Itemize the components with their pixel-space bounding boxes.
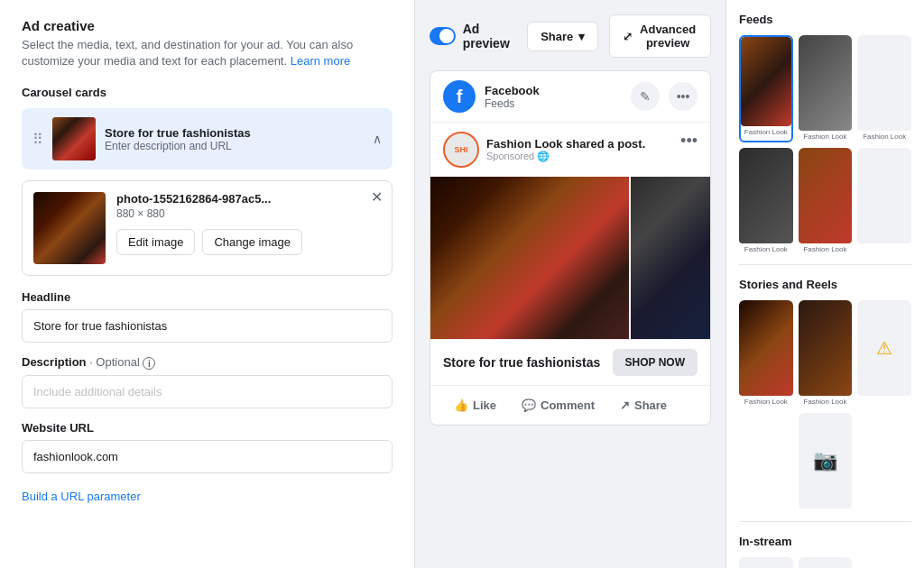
ad-post-header: SHI Fashion Look shared a post. Sponsore… <box>430 123 710 177</box>
preview-header: Ad preview Share ▾ ⤢ Advanced preview <box>430 14 711 58</box>
placement-item-story-1[interactable]: Fashion Look <box>739 300 793 408</box>
share-icon: ↗ <box>620 399 630 412</box>
left-panel: Ad creative Select the media, text, and … <box>0 0 415 568</box>
like-icon: 👍 <box>454 399 468 412</box>
carousel-section-title: Carousel cards <box>22 86 393 99</box>
placement-thumb-3 <box>857 35 911 131</box>
placement-item-story-insta[interactable]: 📷 <box>799 413 853 512</box>
ad-preview-card: f Facebook Feeds ✎ ••• SHI <box>430 70 711 426</box>
placement-thumb-s2 <box>799 300 853 396</box>
image-actions: Edit image Change image <box>116 229 381 255</box>
card-thumb-image <box>52 117 96 160</box>
chevron-up-icon[interactable]: ∧ <box>373 132 382 146</box>
ad-more-button[interactable]: ••• <box>680 132 698 151</box>
chevron-down-icon: ▾ <box>578 30 585 43</box>
feeds-section: Feeds Fashion Look Fashion Look <box>726 0 924 264</box>
placement-thumb-sw: ⚠ <box>857 300 911 396</box>
thumb-label-1: Fashion Look <box>741 126 791 138</box>
card-title: Store for true fashionistas <box>105 126 364 140</box>
platform-name: Facebook <box>485 84 540 97</box>
card-thumbnail <box>52 117 96 160</box>
drag-handle-icon[interactable]: ⠿ <box>32 131 43 148</box>
image-dimensions: 880 × 880 <box>116 207 381 220</box>
ad-side-image <box>629 177 710 339</box>
placement-item-feed-4[interactable]: Fashion Look <box>739 148 793 255</box>
image-preview-thumbnail <box>33 192 106 264</box>
panel-subtitle: Select the media, text, and destination … <box>22 37 393 69</box>
ad-preview-toggle[interactable]: Ad preview <box>430 22 516 50</box>
placement-thumb-si: 📷 <box>799 413 853 508</box>
placement-item-story-warning[interactable]: ⚠ <box>857 300 911 408</box>
description-label: Description · Optional i <box>22 355 393 370</box>
instream-section: In-stream ⚠ ⚠ <box>726 522 924 568</box>
share-action-button[interactable]: ↗ Share <box>609 393 678 417</box>
image-name: photo-1552162864-987ac5... <box>116 192 381 206</box>
instream-title: In-stream <box>739 535 911 548</box>
thumb-image-4 <box>739 148 793 243</box>
thumb-image-1 <box>741 37 791 126</box>
share-button[interactable]: Share ▾ <box>527 22 598 51</box>
more-button[interactable]: ••• <box>669 82 698 111</box>
facebook-icon: f <box>443 80 476 113</box>
stories-section: Stories and Reels Fashion Look Fashion L… <box>726 265 924 521</box>
ad-cta-text: Store for true fashionistas <box>443 355 600 370</box>
description-input[interactable] <box>22 375 393 408</box>
placement-item-feed-3[interactable]: Fashion Look <box>857 35 911 142</box>
ad-card-header: f Facebook Feeds ✎ ••• <box>430 71 710 123</box>
placement-item-instream-1[interactable]: ⚠ <box>739 557 793 568</box>
comment-icon: 💬 <box>522 399 536 412</box>
ad-image-container <box>430 177 710 339</box>
instream-grid: ⚠ ⚠ <box>739 557 911 568</box>
placement-item-story-2[interactable]: Fashion Look <box>799 300 853 408</box>
website-url-input[interactable] <box>22 440 393 473</box>
preview-panel: Ad preview Share ▾ ⤢ Advanced preview f … <box>415 0 725 568</box>
placement-thumb-1 <box>741 37 791 126</box>
stories-title: Stories and Reels <box>739 278 911 291</box>
learn-more-link[interactable]: Learn more <box>291 54 350 68</box>
thumb-label-s1: Fashion Look <box>739 396 793 408</box>
image-box: photo-1552162864-987ac5... 880 × 880 Edi… <box>22 180 393 276</box>
feeds-grid: Fashion Look Fashion Look Fashion Look <box>739 35 911 255</box>
placement-thumb-i1: ⚠ <box>739 557 793 568</box>
thumb-label-6 <box>857 243 911 247</box>
comment-button[interactable]: 💬 Comment <box>511 393 605 417</box>
expand-icon: ⤢ <box>623 30 633 43</box>
placement-item-feed-1[interactable]: Fashion Look <box>739 35 793 142</box>
ad-preview-label: Ad preview <box>463 22 516 50</box>
placement-item-instream-2[interactable]: ⚠ <box>799 557 853 568</box>
edit-button[interactable]: ✎ <box>631 82 660 111</box>
brand-info: SHI Fashion Look shared a post. Sponsore… <box>443 132 645 168</box>
close-image-button[interactable]: ✕ <box>371 188 383 206</box>
change-image-button[interactable]: Change image <box>202 229 302 255</box>
placement-thumb-s1 <box>739 300 793 396</box>
like-button[interactable]: 👍 Like <box>443 393 507 417</box>
sponsored-label: Sponsored 🌐 <box>486 151 645 162</box>
placement-thumb-2 <box>799 35 853 131</box>
placement-name: Feeds <box>485 97 540 110</box>
brand-logo: SHI <box>443 132 479 168</box>
headline-input[interactable] <box>22 309 393 343</box>
feeds-title: Feeds <box>739 13 911 26</box>
ad-cta-bar: Store for true fashionistas SHOP NOW <box>430 339 710 385</box>
carousel-card: ⠿ Store for true fashionistas Enter desc… <box>22 108 393 169</box>
description-info-icon[interactable]: i <box>143 357 155 370</box>
edit-image-button[interactable]: Edit image <box>116 229 195 255</box>
thumb-label-3: Fashion Look <box>857 131 911 142</box>
toggle-switch[interactable] <box>430 27 456 45</box>
build-url-link[interactable]: Build a URL parameter <box>22 490 141 503</box>
stories-grid: Fashion Look Fashion Look ⚠ 📷 <box>739 300 911 512</box>
image-info: photo-1552162864-987ac5... 880 × 880 Edi… <box>116 192 381 255</box>
placement-thumb-4 <box>739 148 793 243</box>
thumb-label-si <box>799 508 853 512</box>
website-url-label: Website URL <box>22 421 393 435</box>
thumb-label-s2: Fashion Look <box>799 396 853 408</box>
shop-now-button[interactable]: SHOP NOW <box>613 349 698 376</box>
placement-thumb-6 <box>857 148 911 243</box>
placement-thumb-i2: ⚠ <box>799 557 853 568</box>
ad-main-image <box>430 177 629 339</box>
placement-item-feed-2[interactable]: Fashion Look <box>799 35 853 142</box>
platform-text: Facebook Feeds <box>485 84 540 110</box>
placement-item-feed-5[interactable]: Fashion Look <box>799 148 853 255</box>
advanced-preview-button[interactable]: ⤢ Advanced preview <box>609 14 711 58</box>
placement-item-feed-6[interactable] <box>857 148 911 255</box>
